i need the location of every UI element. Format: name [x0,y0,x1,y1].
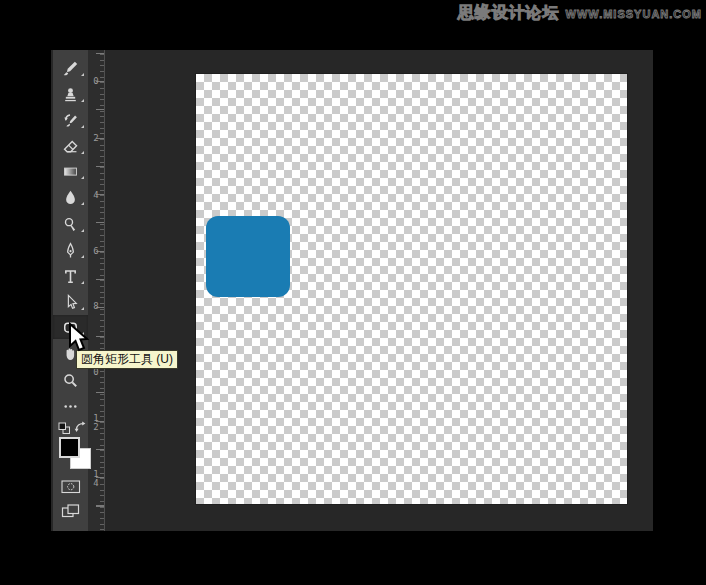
brush-tool-button[interactable] [53,56,88,80]
history-brush-tool-button[interactable] [53,108,88,132]
quick-mask-button[interactable] [61,478,81,499]
ruler-label-6: 6 [92,247,100,256]
ruler-label-0: 0 [92,77,100,86]
zoom-tool-button[interactable] [53,368,88,392]
tools-panel [53,50,88,531]
watermark-site-url: WWW.MISSYUAN.COM [566,8,702,20]
pen-icon [62,242,79,259]
type-tool-button[interactable] [53,264,88,288]
brush-icon [62,60,79,77]
ruler-label-14: 14 [92,470,100,488]
eraser-tool-button[interactable] [53,134,88,158]
screen-mode-icon [61,503,80,520]
photoshop-screenshot: 思缘设计论坛 WWW.MISSYUAN.COM [0,0,706,585]
dodge-tool-button[interactable] [53,212,88,236]
ellipsis-icon [62,398,79,415]
workspace: 0 2 4 6 8 10 12 14 圆角矩形工具 (U) [51,50,653,531]
foreground-color-swatch[interactable] [59,437,80,458]
ruler-label-4: 4 [92,191,100,200]
default-colors-icon [58,422,71,435]
blur-drop-icon [62,189,79,206]
path-selection-icon [62,294,79,311]
swap-colors-button[interactable] [74,420,88,438]
clone-stamp-icon [62,86,79,103]
mouse-cursor-icon [66,322,92,356]
document-canvas[interactable] [196,74,627,504]
screen-mode-button[interactable] [61,503,80,524]
swap-colors-icon [74,421,88,434]
eraser-icon [62,138,79,155]
ruler-major-ticks [96,50,104,531]
gradient-tool-button[interactable] [53,159,88,183]
pen-tool-button[interactable] [53,238,88,262]
edit-toolbar-button[interactable] [53,394,88,418]
clone-stamp-tool-button[interactable] [53,82,88,106]
quick-mask-icon [61,478,81,495]
watermark-site-name: 思缘设计论坛 [458,3,560,24]
zoom-icon [62,372,79,389]
shape-rect[interactable] [206,216,290,297]
watermark: 思缘设计论坛 WWW.MISSYUAN.COM [458,3,702,24]
drawn-rounded-rectangle-shape[interactable] [206,216,290,297]
path-selection-tool-button[interactable] [53,290,88,314]
ruler-label-2: 2 [92,134,100,143]
tooltip-text: 圆角矩形工具 (U) [81,351,173,368]
ruler-label-12: 12 [92,414,100,432]
dodge-icon [62,216,79,233]
gradient-icon [62,163,79,180]
blur-tool-button[interactable] [53,185,88,209]
type-icon [62,268,79,285]
ruler-label-8: 8 [92,302,100,311]
history-brush-icon [62,112,79,129]
